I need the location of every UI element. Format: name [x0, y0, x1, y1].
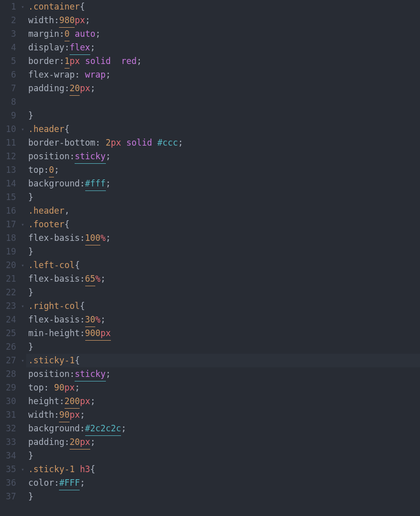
line-number: 19: [0, 245, 17, 259]
token-unit: px: [80, 435, 90, 449]
line-number: 9: [0, 109, 17, 122]
token-sel: .header: [28, 204, 65, 218]
token-punc: ;: [100, 272, 105, 286]
fold-marker: [19, 82, 26, 95]
code-line[interactable]: min-height:900px: [26, 327, 420, 340]
token-unit: %: [95, 313, 100, 327]
code-line[interactable]: background:#fff;: [26, 177, 420, 190]
code-line[interactable]: .header,: [26, 204, 420, 218]
fold-marker[interactable]: ▾: [19, 218, 26, 231]
fold-marker[interactable]: ▾: [19, 0, 26, 14]
code-line[interactable]: position:sticky;: [26, 367, 420, 381]
token-punc: :: [80, 313, 85, 327]
token-num: 100: [85, 231, 101, 245]
token-unit: px: [80, 82, 90, 95]
token-prop: top: [28, 163, 44, 177]
code-line[interactable]: position:sticky;: [26, 150, 420, 163]
code-line[interactable]: .container{: [26, 0, 420, 14]
code-line[interactable]: top: 90px;: [26, 381, 420, 395]
code-editor[interactable]: 1234567891011121314151617181920212223242…: [0, 0, 420, 516]
code-line[interactable]: background:#2c2c2c;: [26, 422, 420, 435]
code-line[interactable]: }: [26, 109, 420, 122]
code-line[interactable]: flex-basis:30%;: [26, 313, 420, 327]
line-number: 23: [0, 299, 17, 313]
code-area[interactable]: .container{ width:980px; margin:0 auto; …: [26, 0, 420, 516]
code-line[interactable]: }: [26, 449, 420, 463]
code-line[interactable]: width:980px;: [26, 14, 420, 27]
token-punc: :: [65, 41, 70, 54]
token-brace: }: [28, 449, 33, 463]
token-punc: :: [80, 422, 85, 435]
token-punc: ;: [121, 422, 126, 435]
code-line[interactable]: .right-col{: [26, 299, 420, 313]
token-prop: [152, 136, 157, 150]
token-brace: }: [28, 490, 33, 503]
code-line[interactable]: }: [26, 245, 420, 259]
fold-marker: [19, 422, 26, 435]
code-line[interactable]: flex-wrap: wrap;: [26, 68, 420, 82]
token-punc: ;: [106, 367, 111, 381]
token-punc: ;: [106, 177, 111, 190]
code-line[interactable]: .sticky-1 h3{: [26, 463, 420, 476]
code-line[interactable]: .header{: [26, 122, 420, 136]
code-line[interactable]: flex-basis:100%;: [26, 231, 420, 245]
token-punc: ;: [75, 381, 80, 395]
code-line[interactable]: }: [26, 286, 420, 299]
line-number: 15: [0, 190, 17, 204]
token-num: 20: [70, 435, 80, 449]
token-sel: .footer: [28, 218, 65, 231]
code-line[interactable]: [26, 95, 420, 109]
code-line[interactable]: flex-basis:65%;: [26, 272, 420, 286]
code-line[interactable]: color:#FFF;: [26, 476, 420, 490]
fold-marker: [19, 381, 26, 395]
fold-marker: [19, 313, 26, 327]
code-line[interactable]: .sticky-1{: [26, 354, 420, 367]
token-prop: flex-basis: [28, 231, 80, 245]
token-punc: ;: [90, 41, 95, 54]
token-unit: px: [75, 14, 85, 27]
fold-marker[interactable]: ▾: [19, 463, 26, 476]
code-line[interactable]: .left-col{: [26, 259, 420, 272]
fold-gutter: ▾▾▾▾▾▾▾: [19, 0, 26, 516]
fold-marker: [19, 408, 26, 422]
code-line[interactable]: padding:20px;: [26, 82, 420, 95]
token-kw: wrap: [85, 68, 106, 82]
token-punc: ;: [178, 136, 183, 150]
token-prop: [111, 54, 121, 68]
token-num: 900: [85, 327, 101, 341]
line-number: 36: [0, 476, 17, 490]
fold-marker: [19, 340, 26, 354]
fold-marker[interactable]: ▾: [19, 259, 26, 272]
line-number: 37: [0, 490, 17, 503]
code-line[interactable]: padding:20px;: [26, 435, 420, 449]
token-sel: .right-col: [28, 299, 80, 313]
token-num: 65: [85, 272, 95, 286]
line-number: 32: [0, 422, 17, 435]
token-kw: red: [121, 54, 137, 68]
line-number: 26: [0, 340, 17, 354]
fold-marker: [19, 231, 26, 245]
code-line[interactable]: margin:0 auto;: [26, 27, 420, 41]
token-brace: {: [90, 463, 95, 476]
code-line[interactable]: border:1px solid red;: [26, 54, 420, 68]
fold-marker: [19, 27, 26, 41]
code-line[interactable]: .footer{: [26, 218, 420, 231]
code-line[interactable]: top:0;: [26, 163, 420, 177]
token-unit: %: [95, 272, 100, 286]
fold-marker: [19, 54, 26, 68]
fold-marker[interactable]: ▾: [19, 299, 26, 313]
fold-marker: [19, 163, 26, 177]
token-kw: sticky: [75, 150, 105, 164]
code-line[interactable]: height:200px;: [26, 395, 420, 408]
code-line[interactable]: display:flex;: [26, 41, 420, 54]
code-line[interactable]: border-bottom: 2px solid #ccc;: [26, 136, 420, 150]
code-line[interactable]: }: [26, 490, 420, 503]
code-line[interactable]: }: [26, 190, 420, 204]
token-prop: padding: [28, 435, 65, 449]
fold-marker[interactable]: ▾: [19, 354, 26, 367]
fold-marker[interactable]: ▾: [19, 122, 26, 136]
token-kw: solid: [127, 136, 152, 150]
token-punc: :: [70, 150, 75, 163]
code-line[interactable]: }: [26, 340, 420, 354]
code-line[interactable]: width:90px;: [26, 408, 420, 422]
